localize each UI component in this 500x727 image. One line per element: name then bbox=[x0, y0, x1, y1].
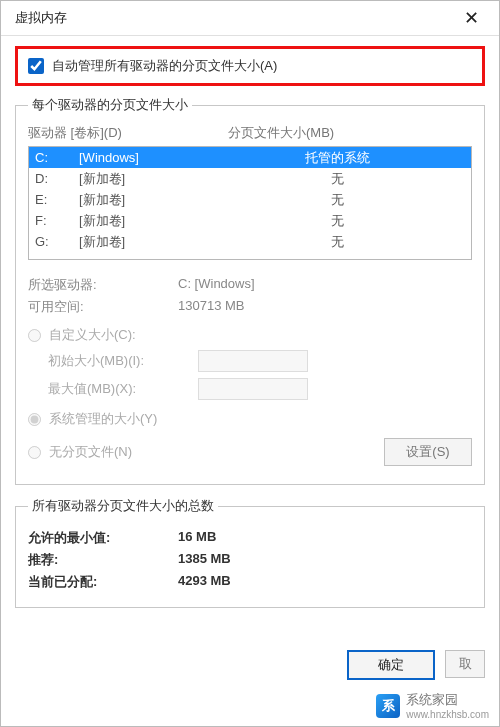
max-size-row: 最大值(MB)(X): bbox=[28, 378, 472, 400]
drive-row[interactable]: G: [新加卷] 无 bbox=[29, 231, 471, 252]
content-area: 自动管理所有驱动器的分页文件大小(A) 每个驱动器的分页文件大小 驱动器 [卷标… bbox=[1, 36, 499, 626]
drive-letter: G: bbox=[35, 234, 79, 249]
drive-letter: C: bbox=[35, 150, 79, 165]
initial-size-row: 初始大小(MB)(I): bbox=[28, 350, 472, 372]
drive-volume: [新加卷] bbox=[79, 170, 249, 188]
size-header-label: 分页文件大小(MB) bbox=[228, 124, 472, 142]
initial-size-label: 初始大小(MB)(I): bbox=[28, 352, 198, 370]
auto-manage-checkbox[interactable] bbox=[28, 58, 44, 74]
watermark: 系 系统家园 www.hnzkhsb.com bbox=[372, 689, 493, 722]
titlebar: 虚拟内存 ✕ bbox=[1, 1, 499, 36]
max-size-input[interactable] bbox=[198, 378, 308, 400]
no-pagefile-row: 无分页文件(N) 设置(S) bbox=[28, 438, 472, 466]
drive-pagefile: 托管的系统 bbox=[249, 149, 465, 167]
drive-volume: [新加卷] bbox=[79, 212, 249, 230]
recommended-value: 1385 MB bbox=[178, 551, 472, 569]
drive-volume: [Windows] bbox=[79, 150, 249, 165]
drive-volume: [新加卷] bbox=[79, 191, 249, 209]
drive-letter: F: bbox=[35, 213, 79, 228]
drive-list[interactable]: C: [Windows] 托管的系统 D: [新加卷] 无 E: [新加卷] 无… bbox=[28, 146, 472, 260]
set-button[interactable]: 设置(S) bbox=[384, 438, 472, 466]
watermark-text: 系统家园 bbox=[406, 691, 489, 709]
allocated-value: 4293 MB bbox=[178, 573, 472, 591]
no-pagefile-label: 无分页文件(N) bbox=[49, 443, 132, 461]
custom-size-radio-row: 自定义大小(C): bbox=[28, 326, 472, 344]
drive-letter: D: bbox=[35, 171, 79, 186]
watermark-url: www.hnzkhsb.com bbox=[406, 709, 489, 720]
drive-row[interactable]: C: [Windows] 托管的系统 bbox=[29, 147, 471, 168]
allocated-label: 当前已分配: bbox=[28, 573, 178, 591]
dialog-footer: 确定 取 bbox=[1, 650, 499, 680]
free-space-value: 130713 MB bbox=[178, 298, 472, 316]
auto-manage-label: 自动管理所有驱动器的分页文件大小(A) bbox=[52, 57, 277, 75]
drive-row[interactable]: F: [新加卷] 无 bbox=[29, 210, 471, 231]
drive-pagefile: 无 bbox=[249, 233, 465, 251]
close-icon[interactable]: ✕ bbox=[451, 1, 491, 35]
drive-volume: [新加卷] bbox=[79, 233, 249, 251]
system-managed-radio[interactable] bbox=[28, 413, 41, 426]
per-drive-legend: 每个驱动器的分页文件大小 bbox=[28, 96, 192, 114]
max-size-label: 最大值(MB)(X): bbox=[28, 380, 198, 398]
drive-pagefile: 无 bbox=[249, 170, 465, 188]
drive-letter: E: bbox=[35, 192, 79, 207]
no-pagefile-radio[interactable] bbox=[28, 446, 41, 459]
per-drive-group: 每个驱动器的分页文件大小 驱动器 [卷标](D) 分页文件大小(MB) C: [… bbox=[15, 96, 485, 485]
selected-drive-value: C: [Windows] bbox=[178, 276, 472, 294]
drive-list-header: 驱动器 [卷标](D) 分页文件大小(MB) bbox=[28, 124, 472, 142]
free-space-label: 可用空间: bbox=[28, 298, 178, 316]
selected-drive-info: 所选驱动器: C: [Windows] 可用空间: 130713 MB bbox=[28, 276, 472, 316]
drive-row[interactable]: D: [新加卷] 无 bbox=[29, 168, 471, 189]
window-title: 虚拟内存 bbox=[15, 9, 67, 27]
system-managed-label: 系统管理的大小(Y) bbox=[49, 410, 157, 428]
custom-size-radio[interactable] bbox=[28, 329, 41, 342]
recommended-label: 推荐: bbox=[28, 551, 178, 569]
totals-legend: 所有驱动器分页文件大小的总数 bbox=[28, 497, 218, 515]
totals-group: 所有驱动器分页文件大小的总数 允许的最小值: 16 MB 推荐: 1385 MB… bbox=[15, 497, 485, 608]
drive-pagefile: 无 bbox=[249, 212, 465, 230]
system-managed-radio-row: 系统管理的大小(Y) bbox=[28, 410, 472, 428]
min-allowed-value: 16 MB bbox=[178, 529, 472, 547]
virtual-memory-dialog: 虚拟内存 ✕ 自动管理所有驱动器的分页文件大小(A) 每个驱动器的分页文件大小 … bbox=[0, 0, 500, 727]
min-allowed-label: 允许的最小值: bbox=[28, 529, 178, 547]
auto-manage-highlight: 自动管理所有驱动器的分页文件大小(A) bbox=[15, 46, 485, 86]
custom-size-label: 自定义大小(C): bbox=[49, 326, 136, 344]
ok-button[interactable]: 确定 bbox=[347, 650, 435, 680]
drive-row[interactable]: E: [新加卷] 无 bbox=[29, 189, 471, 210]
cancel-button[interactable]: 取 bbox=[445, 650, 485, 678]
watermark-icon: 系 bbox=[376, 694, 400, 718]
selected-drive-label: 所选驱动器: bbox=[28, 276, 178, 294]
initial-size-input[interactable] bbox=[198, 350, 308, 372]
drive-header-label: 驱动器 [卷标](D) bbox=[28, 124, 228, 142]
drive-pagefile: 无 bbox=[249, 191, 465, 209]
